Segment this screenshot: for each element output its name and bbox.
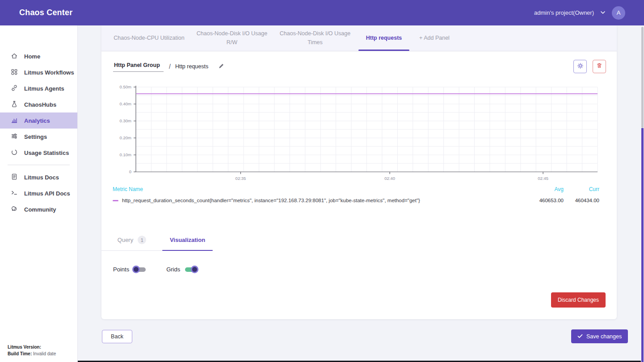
home-icon (11, 52, 18, 61)
series-swatch (113, 200, 118, 201)
add-panel-button[interactable]: + Add Panel (411, 25, 458, 51)
legend-series-row[interactable]: http_request_duration_seconds_count{hand… (113, 198, 599, 203)
build-time-value: Invalid date (33, 351, 56, 356)
trash-icon (596, 62, 603, 71)
sidebar-item-label: Settings (24, 133, 47, 140)
svg-text:02:45: 02:45 (538, 176, 548, 181)
grids-toggle-label: Grids (166, 266, 180, 273)
check-icon (577, 333, 583, 340)
tab-query[interactable]: Query 1 (101, 229, 162, 250)
tab-chaos-node-disk-io-usage-times[interactable]: Chaos-Node-Disk I/O Usage Times (274, 25, 357, 51)
link-icon (11, 84, 18, 93)
sidebar-item-chaoshubs[interactable]: ChaosHubs (0, 96, 77, 112)
chevron-down-icon[interactable] (601, 11, 605, 14)
circle-icon (11, 149, 18, 157)
save-changes-label: Save changes (586, 333, 622, 340)
sidebar-item-label: Analytics (24, 117, 50, 124)
sidebar-item-litmus-docs[interactable]: Litmus Docs (0, 169, 77, 185)
points-switch[interactable] (134, 267, 146, 272)
sidebar-item-label: ChaosHubs (24, 101, 56, 108)
sidebar: Home Litmus Workflows Litmus Agents Chao… (0, 25, 78, 362)
project-selector-label[interactable]: admin's project(Owner) (534, 9, 594, 16)
breadcrumb-separator: / (169, 63, 171, 70)
legend-avg-header: Avg (528, 186, 564, 192)
grids-switch[interactable] (185, 267, 197, 272)
sidebar-item-usage-statistics[interactable]: Usage Statistics (0, 145, 77, 161)
svg-text:0.10m: 0.10m (120, 152, 131, 157)
visualization-toggles: Points Grids (113, 266, 197, 273)
legend-curr-header: Curr (564, 186, 599, 192)
gear-icon (577, 62, 584, 71)
sidebar-item-label: Community (24, 206, 56, 213)
svg-text:0.20m: 0.20m (120, 135, 131, 140)
sidebar-item-litmus-agents[interactable]: Litmus Agents (0, 80, 77, 96)
sidebar-item-label: Litmus Agents (24, 85, 64, 92)
svg-text:0.30m: 0.30m (120, 118, 131, 123)
back-button[interactable]: Back (102, 330, 132, 343)
tab-chaos-node-disk-io-usage-rw[interactable]: Chaos-Node-Disk I/O Usage R/W (190, 25, 274, 51)
sidebar-item-litmus-workflows[interactable]: Litmus Workflows (0, 64, 77, 80)
grids-toggle[interactable]: Grids (166, 266, 197, 273)
tab-query-label: Query (118, 237, 133, 243)
scrollbar-thumb-gray[interactable] (641, 27, 644, 128)
chart-legend: Metric Name Avg Curr http_request_durati… (113, 186, 599, 203)
sidebar-footer: Litmus Version: Build Time: Invalid date (8, 344, 56, 357)
sidebar-item-community[interactable]: Community (0, 201, 77, 217)
series-curr-value: 460434.00 (564, 198, 599, 203)
document-icon (11, 173, 18, 182)
points-toggle-label: Points (113, 266, 129, 273)
flask-icon (11, 100, 18, 109)
editor-tabs: Query 1 Visualization (101, 229, 213, 251)
tab-visualization-label: Visualization (170, 237, 205, 243)
scrollbar-thumb-purple[interactable] (641, 128, 644, 362)
panel-tabbar: Chaos-Node-CPU Utilization Chaos-Node-Di… (101, 25, 617, 51)
panel-name: Http requests (175, 63, 208, 70)
svg-text:02:40: 02:40 (384, 176, 395, 181)
sidebar-item-label: Usage Statistics (24, 150, 69, 156)
switch-thumb (132, 266, 140, 273)
svg-text:0.40m: 0.40m (120, 101, 131, 106)
sidebar-item-litmus-api-docs[interactable]: Litmus API Docs (0, 185, 77, 201)
app-header: Chaos Center admin's project(Owner) A (0, 0, 644, 25)
sidebar-item-label: Litmus API Docs (24, 190, 70, 197)
tab-http-requests[interactable]: Http requests (357, 25, 411, 51)
build-time-label: Build Time: (8, 351, 32, 356)
sidebar-item-home[interactable]: Home (0, 48, 77, 64)
sidebar-item-analytics[interactable]: Analytics (0, 112, 77, 129)
svg-text:0.50m: 0.50m (120, 84, 131, 89)
sliders-icon (11, 133, 18, 141)
avatar[interactable]: A (612, 6, 625, 20)
tab-visualization[interactable]: Visualization (162, 229, 213, 250)
workflows-icon (11, 68, 18, 77)
panel-group-name-input[interactable] (113, 61, 164, 72)
edit-panel-name-button[interactable] (218, 62, 225, 71)
sidebar-item-label: Home (24, 53, 40, 60)
series-avg-value: 460653.00 (528, 198, 564, 203)
app-screen: Chaos Center admin's project(Owner) A Ho… (0, 0, 644, 362)
series-name: http_request_duration_seconds_count{hand… (122, 198, 528, 203)
pencil-icon (218, 62, 225, 71)
chat-icon (11, 205, 18, 214)
panel-settings-button[interactable] (573, 60, 587, 73)
breadcrumb: / Http requests (113, 59, 606, 74)
save-changes-button[interactable]: Save changes (571, 329, 628, 343)
query-count-badge: 1 (138, 236, 146, 244)
time-series-chart: 0.50m0.40m0.30m0.20m0.10m002:3502:4002:4… (111, 83, 608, 190)
sidebar-item-settings[interactable]: Settings (0, 129, 77, 145)
bar-chart-icon (11, 117, 18, 125)
delete-panel-button[interactable] (593, 60, 606, 73)
tab-chaos-node-cpu-utilization[interactable]: Chaos-Node-CPU Utilization (108, 25, 190, 51)
dashboard-panel-card: Chaos-Node-CPU Utilization Chaos-Node-Di… (101, 25, 617, 319)
header-right: admin's project(Owner) A (534, 6, 625, 20)
sidebar-divider (8, 165, 70, 165)
svg-text:02:35: 02:35 (236, 176, 246, 181)
svg-text:0: 0 (129, 169, 131, 174)
switch-thumb (191, 266, 198, 273)
discard-changes-button[interactable]: Discard Changes (551, 292, 606, 308)
points-toggle[interactable]: Points (113, 266, 146, 273)
terminal-icon (11, 189, 18, 198)
sidebar-item-label: Litmus Workflows (24, 69, 74, 76)
sidebar-item-label: Litmus Docs (24, 174, 59, 181)
chart-canvas: 0.50m0.40m0.30m0.20m0.10m002:3502:4002:4… (111, 83, 608, 187)
legend-metric-name-header: Metric Name (113, 186, 528, 192)
